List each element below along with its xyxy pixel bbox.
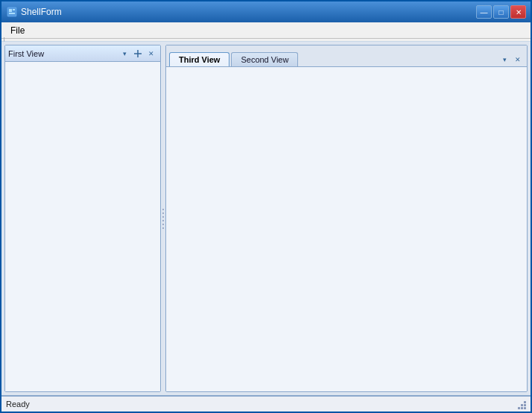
title-bar-left: ShellForm: [6, 6, 62, 18]
svg-rect-1: [9, 9, 12, 12]
splitter-dot: [162, 220, 164, 221]
left-panel-controls: ▾ ✕: [118, 48, 157, 59]
left-panel-pin-button[interactable]: [132, 48, 144, 59]
grip-dot: [521, 404, 523, 406]
status-bar: Ready: [1, 395, 531, 412]
left-panel: First View ▾ ✕: [4, 45, 161, 392]
svg-rect-3: [9, 13, 15, 14]
grip-dot: [524, 404, 526, 406]
close-button[interactable]: ✕: [510, 5, 526, 19]
left-panel-body: [5, 62, 160, 391]
tab-second-view[interactable]: Second View: [231, 52, 298, 66]
left-panel-close-button[interactable]: ✕: [145, 48, 157, 59]
title-bar: ShellForm — □ ✕: [1, 1, 531, 22]
tabs-header: Third View Second View ▾ ✕: [166, 45, 527, 66]
grip-lines: [518, 401, 526, 409]
tabs-controls: ▾ ✕: [498, 54, 524, 66]
panels-area: First View ▾ ✕: [4, 45, 528, 392]
main-content: First View ▾ ✕: [1, 42, 531, 395]
right-panel-dropdown-button[interactable]: ▾: [498, 54, 510, 65]
splitter-dot: [162, 216, 164, 218]
tabs-list: Third View Second View: [169, 52, 300, 66]
splitter-dot: [162, 224, 164, 225]
main-window: ShellForm — □ ✕ File ⁞ First View ▾: [0, 0, 532, 413]
left-panel-dropdown-button[interactable]: ▾: [118, 48, 130, 59]
splitter-dot: [162, 212, 164, 214]
app-icon: [6, 6, 18, 18]
tab-third-view[interactable]: Third View: [169, 52, 229, 66]
svg-rect-2: [13, 9, 15, 10]
status-text: Ready: [6, 400, 30, 409]
grip-dot: [518, 404, 520, 406]
right-panel-close-button[interactable]: ✕: [512, 54, 524, 65]
grip-dot: [518, 407, 520, 409]
left-panel-title: First View: [8, 49, 44, 58]
window-title: ShellForm: [21, 7, 62, 17]
title-buttons: — □ ✕: [476, 5, 526, 19]
splitter-dot: [162, 227, 164, 229]
right-panel: Third View Second View ▾ ✕: [165, 45, 528, 392]
menu-bar: File: [1, 22, 531, 39]
left-panel-header: First View ▾ ✕: [5, 45, 160, 62]
grip-dot: [521, 407, 523, 409]
tab-third-view-label: Third View: [179, 55, 220, 64]
grip-dot: [524, 401, 526, 403]
menu-file[interactable]: File: [4, 24, 31, 37]
splitter-dot: [162, 209, 164, 210]
grip-dot: [521, 401, 523, 403]
grip-dot: [518, 401, 520, 403]
tab-content-area: [166, 66, 527, 391]
splitter-handle: [162, 209, 164, 229]
resize-grip[interactable]: [516, 399, 526, 409]
minimize-button[interactable]: —: [476, 5, 492, 19]
tab-second-view-label: Second View: [241, 55, 288, 64]
maximize-button[interactable]: □: [493, 5, 509, 19]
grip-dot: [524, 407, 526, 409]
